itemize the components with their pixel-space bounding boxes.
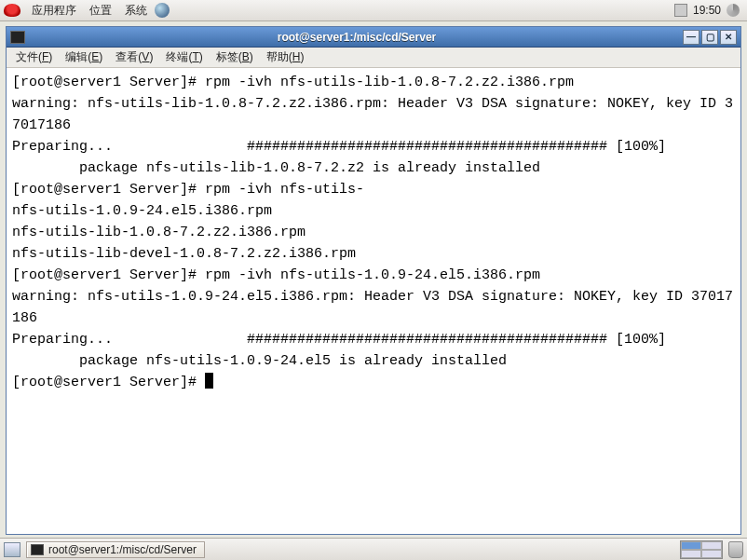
terminal-cursor: [205, 373, 213, 389]
volume-icon[interactable]: [727, 4, 740, 17]
browser-launcher-icon[interactable]: [155, 3, 170, 18]
menu-item[interactable]: 标签(B): [211, 48, 259, 67]
window-menubar: 文件(F)编辑(E)查看(V)终端(T)标签(B)帮助(H): [7, 48, 740, 68]
workspace-2[interactable]: [701, 541, 722, 550]
menu-places[interactable]: 位置: [84, 1, 117, 20]
menu-item[interactable]: 编辑(E): [60, 48, 108, 67]
window-titlebar[interactable]: root@server1:/misc/cd/Server — ▢ ✕: [7, 27, 740, 48]
clock[interactable]: 19:50: [693, 4, 721, 17]
window-minimize-button[interactable]: —: [683, 30, 699, 45]
distro-logo-icon[interactable]: [4, 4, 20, 17]
terminal-app-icon: [10, 31, 25, 44]
terminal-output[interactable]: [root@server1 Server]# rpm -ivh nfs-util…: [7, 68, 740, 534]
window-title: root@server1:/misc/cd/Server: [31, 31, 683, 44]
workspace-1[interactable]: [681, 541, 701, 550]
menu-applications[interactable]: 应用程序: [26, 1, 82, 20]
window-close-button[interactable]: ✕: [720, 30, 737, 45]
menu-item[interactable]: 文件(F): [10, 48, 58, 67]
terminal-window: root@server1:/misc/cd/Server — ▢ ✕ 文件(F)…: [6, 26, 741, 535]
menu-item[interactable]: 帮助(H): [261, 48, 310, 67]
show-desktop-button[interactable]: [4, 542, 20, 557]
workspace-3[interactable]: [681, 550, 701, 558]
menu-item[interactable]: 终端(T): [160, 48, 208, 67]
top-panel: 应用程序 位置 系统 19:50: [0, 0, 747, 21]
trash-icon[interactable]: [728, 541, 743, 558]
menu-item[interactable]: 查看(V): [110, 48, 158, 67]
menu-system[interactable]: 系统: [119, 1, 153, 20]
update-tray-icon[interactable]: [674, 4, 687, 17]
bottom-panel: root@server1:/misc/cd/Server: [0, 538, 747, 560]
workspace-switcher[interactable]: [680, 540, 723, 559]
terminal-task-icon: [31, 544, 44, 555]
taskbar-item-terminal[interactable]: root@server1:/misc/cd/Server: [26, 541, 205, 558]
window-maximize-button[interactable]: ▢: [701, 30, 718, 45]
workspace-4[interactable]: [701, 550, 722, 558]
taskbar-item-label: root@server1:/misc/cd/Server: [48, 543, 197, 556]
